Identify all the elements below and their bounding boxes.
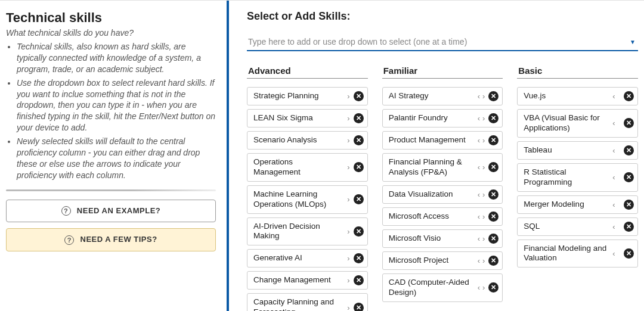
skill-chip[interactable]: Generative AI‹›✕ bbox=[247, 249, 368, 268]
move-right-icon[interactable]: › bbox=[346, 195, 351, 204]
need-example-button[interactable]: ? NEED AN EXAMPLE? bbox=[6, 200, 216, 223]
skill-label: Operations Management bbox=[253, 157, 341, 178]
move-left-icon[interactable]: ‹ bbox=[476, 234, 481, 243]
move-left-icon[interactable]: ‹ bbox=[611, 200, 616, 209]
remove-skill-icon[interactable]: ✕ bbox=[488, 91, 499, 101]
skill-chip[interactable]: Product Management‹›✕ bbox=[382, 131, 503, 150]
skill-chip[interactable]: Palantir Foundry‹›✕ bbox=[382, 109, 503, 127]
remove-skill-icon[interactable]: ✕ bbox=[354, 303, 364, 311]
skill-chip[interactable]: Microsoft Project‹›✕ bbox=[382, 251, 503, 270]
skill-chip[interactable]: Microsoft Access‹›✕ bbox=[382, 207, 503, 226]
move-left-icon[interactable]: ‹ bbox=[476, 256, 481, 265]
move-right-icon[interactable]: › bbox=[481, 136, 486, 145]
remove-skill-icon[interactable]: ✕ bbox=[354, 226, 364, 237]
move-left-icon[interactable]: ‹ bbox=[476, 92, 481, 101]
move-right-icon[interactable]: › bbox=[481, 234, 486, 243]
move-left-icon[interactable]: ‹ bbox=[476, 114, 481, 123]
remove-skill-icon[interactable]: ✕ bbox=[488, 113, 499, 123]
move-right-icon[interactable]: › bbox=[346, 254, 351, 263]
move-left-icon[interactable]: ‹ bbox=[611, 173, 616, 182]
remove-skill-icon[interactable]: ✕ bbox=[488, 256, 499, 266]
skill-combobox[interactable]: ▼ bbox=[247, 33, 638, 51]
remove-skill-icon[interactable]: ✕ bbox=[354, 135, 364, 145]
remove-skill-icon[interactable]: ✕ bbox=[354, 253, 364, 263]
skill-chip[interactable]: Capacity Planning and Forecasting‹›✕ bbox=[247, 293, 368, 311]
remove-skill-icon[interactable]: ✕ bbox=[354, 113, 364, 123]
move-right-icon[interactable]: › bbox=[481, 114, 486, 123]
remove-skill-icon[interactable]: ✕ bbox=[488, 162, 499, 172]
skill-chip[interactable]: Machine Learning Operations (MLOps)‹›✕ bbox=[247, 185, 368, 214]
skill-chip[interactable]: Data Visualization‹›✕ bbox=[382, 185, 503, 204]
skill-label: Microsoft Project bbox=[389, 256, 476, 266]
skill-chip[interactable]: AI-Driven Decision Making‹›✕ bbox=[247, 217, 368, 246]
skill-chip[interactable]: Vue.js‹›✕ bbox=[517, 87, 638, 105]
skill-label: Merger Modeling bbox=[524, 200, 611, 210]
skill-chip[interactable]: Financial Modeling and Valuation‹›✕ bbox=[517, 240, 638, 268]
remove-skill-icon[interactable]: ✕ bbox=[488, 135, 499, 145]
move-left-icon[interactable]: ‹ bbox=[476, 190, 481, 199]
move-right-icon[interactable]: › bbox=[346, 303, 351, 311]
skill-chip[interactable]: Change Management‹›✕ bbox=[247, 271, 368, 290]
move-right-icon[interactable]: › bbox=[346, 163, 351, 172]
move-right-icon[interactable]: › bbox=[346, 227, 351, 236]
move-left-icon[interactable]: ‹ bbox=[476, 283, 481, 292]
skill-chip[interactable]: Tableau‹›✕ bbox=[517, 141, 638, 160]
skill-chip[interactable]: R Statistical Programming‹›✕ bbox=[517, 163, 638, 192]
skill-input[interactable] bbox=[247, 33, 638, 50]
skill-label: AI Strategy bbox=[389, 91, 476, 101]
skill-chip[interactable]: LEAN Six Sigma‹›✕ bbox=[247, 109, 368, 127]
skill-chip[interactable]: Merger Modeling‹›✕ bbox=[517, 195, 638, 214]
skill-label: Palantir Foundry bbox=[389, 113, 476, 123]
move-left-icon[interactable]: ‹ bbox=[476, 212, 481, 221]
skill-chip[interactable]: CAD (Computer-Aided Design)‹›✕ bbox=[382, 273, 503, 302]
skill-chip[interactable]: VBA (Visual Basic for Applications)‹›✕ bbox=[517, 109, 638, 138]
remove-skill-icon[interactable]: ✕ bbox=[354, 91, 364, 101]
skill-chip[interactable]: Financial Planning & Analysis (FP&A)‹›✕ bbox=[382, 153, 503, 182]
skill-chip[interactable]: Operations Management‹›✕ bbox=[247, 153, 368, 182]
move-right-icon[interactable]: › bbox=[346, 114, 351, 123]
remove-skill-icon[interactable]: ✕ bbox=[624, 145, 634, 156]
remove-skill-icon[interactable]: ✕ bbox=[624, 172, 634, 182]
move-left-icon[interactable]: ‹ bbox=[611, 92, 616, 101]
move-right-icon[interactable]: › bbox=[346, 136, 351, 145]
remove-skill-icon[interactable]: ✕ bbox=[624, 248, 634, 259]
move-left-icon[interactable]: ‹ bbox=[476, 163, 481, 172]
remove-skill-icon[interactable]: ✕ bbox=[624, 200, 634, 210]
move-right-icon[interactable]: › bbox=[481, 212, 486, 221]
move-right-icon[interactable]: › bbox=[346, 92, 351, 101]
remove-skill-icon[interactable]: ✕ bbox=[624, 222, 634, 232]
skill-label: R Statistical Programming bbox=[524, 167, 611, 188]
skill-label: Machine Learning Operations (MLOps) bbox=[253, 189, 341, 210]
move-left-icon[interactable]: ‹ bbox=[611, 222, 616, 231]
move-left-icon[interactable]: ‹ bbox=[611, 249, 616, 258]
remove-skill-icon[interactable]: ✕ bbox=[624, 118, 634, 128]
need-example-label: NEED AN EXAMPLE? bbox=[77, 206, 160, 215]
skill-label: AI-Driven Decision Making bbox=[253, 222, 341, 242]
remove-skill-icon[interactable]: ✕ bbox=[488, 234, 499, 244]
move-right-icon[interactable]: › bbox=[481, 163, 486, 172]
skill-chip[interactable]: Strategic Planning‹›✕ bbox=[247, 87, 368, 105]
move-left-icon[interactable]: ‹ bbox=[476, 136, 481, 145]
need-tips-button[interactable]: ? NEED A FEW TIPS? bbox=[6, 228, 216, 251]
skill-chip[interactable]: Scenario Analysis‹›✕ bbox=[247, 131, 368, 150]
remove-skill-icon[interactable]: ✕ bbox=[488, 282, 499, 293]
skill-chip[interactable]: Microsoft Visio‹›✕ bbox=[382, 229, 503, 248]
remove-skill-icon[interactable]: ✕ bbox=[488, 212, 499, 222]
skill-chip[interactable]: AI Strategy‹›✕ bbox=[382, 87, 503, 105]
move-right-icon[interactable]: › bbox=[481, 256, 486, 265]
remove-skill-icon[interactable]: ✕ bbox=[354, 162, 364, 172]
move-right-icon[interactable]: › bbox=[346, 276, 351, 285]
skill-chip[interactable]: SQL‹›✕ bbox=[517, 217, 638, 236]
remove-skill-icon[interactable]: ✕ bbox=[354, 194, 364, 204]
skills-heading: Select or Add Skills: bbox=[247, 10, 638, 23]
remove-skill-icon[interactable]: ✕ bbox=[488, 189, 499, 200]
remove-skill-icon[interactable]: ✕ bbox=[624, 91, 634, 101]
move-left-icon[interactable]: ‹ bbox=[611, 119, 616, 127]
skill-label: Data Visualization bbox=[389, 189, 476, 200]
move-right-icon[interactable]: › bbox=[481, 283, 486, 292]
move-right-icon[interactable]: › bbox=[481, 190, 486, 199]
move-right-icon[interactable]: › bbox=[481, 92, 486, 101]
move-left-icon[interactable]: ‹ bbox=[611, 146, 616, 155]
remove-skill-icon[interactable]: ✕ bbox=[354, 275, 364, 285]
skill-label: CAD (Computer-Aided Design) bbox=[389, 278, 476, 298]
